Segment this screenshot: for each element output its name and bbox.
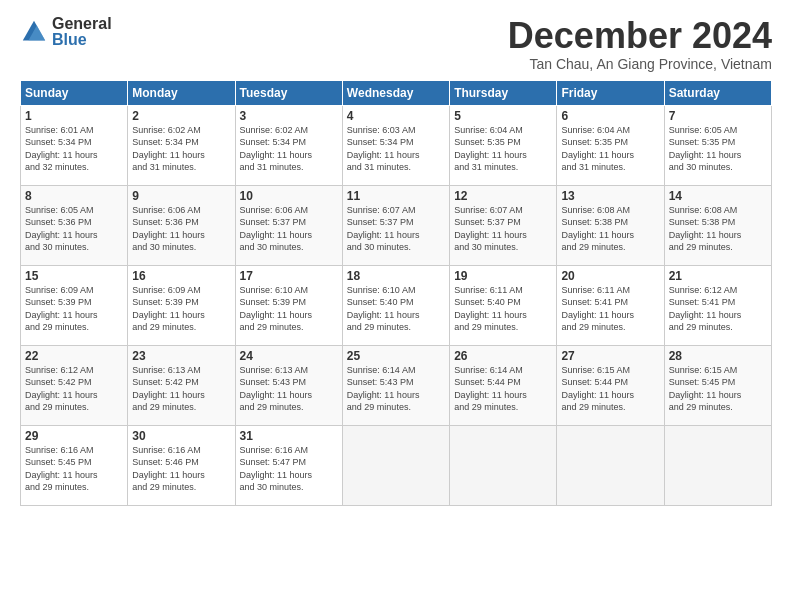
day-number: 25 xyxy=(347,349,445,363)
day-info: Sunrise: 6:16 AM Sunset: 5:47 PM Dayligh… xyxy=(240,444,338,494)
day-number: 26 xyxy=(454,349,552,363)
table-row xyxy=(557,425,664,505)
table-row xyxy=(664,425,771,505)
table-row: 24Sunrise: 6:13 AM Sunset: 5:43 PM Dayli… xyxy=(235,345,342,425)
day-number: 29 xyxy=(25,429,123,443)
logo-blue: Blue xyxy=(52,32,112,48)
day-info: Sunrise: 6:12 AM Sunset: 5:42 PM Dayligh… xyxy=(25,364,123,414)
table-row: 30Sunrise: 6:16 AM Sunset: 5:46 PM Dayli… xyxy=(128,425,235,505)
calendar-week-row: 1Sunrise: 6:01 AM Sunset: 5:34 PM Daylig… xyxy=(21,105,772,185)
col-wednesday: Wednesday xyxy=(342,80,449,105)
col-monday: Monday xyxy=(128,80,235,105)
day-info: Sunrise: 6:11 AM Sunset: 5:40 PM Dayligh… xyxy=(454,284,552,334)
table-row: 8Sunrise: 6:05 AM Sunset: 5:36 PM Daylig… xyxy=(21,185,128,265)
day-info: Sunrise: 6:04 AM Sunset: 5:35 PM Dayligh… xyxy=(561,124,659,174)
day-info: Sunrise: 6:05 AM Sunset: 5:35 PM Dayligh… xyxy=(669,124,767,174)
table-row: 12Sunrise: 6:07 AM Sunset: 5:37 PM Dayli… xyxy=(450,185,557,265)
day-info: Sunrise: 6:14 AM Sunset: 5:44 PM Dayligh… xyxy=(454,364,552,414)
table-row: 6Sunrise: 6:04 AM Sunset: 5:35 PM Daylig… xyxy=(557,105,664,185)
logo-general: General xyxy=(52,16,112,32)
table-row xyxy=(342,425,449,505)
table-row: 31Sunrise: 6:16 AM Sunset: 5:47 PM Dayli… xyxy=(235,425,342,505)
table-row: 10Sunrise: 6:06 AM Sunset: 5:37 PM Dayli… xyxy=(235,185,342,265)
day-number: 21 xyxy=(669,269,767,283)
table-row: 11Sunrise: 6:07 AM Sunset: 5:37 PM Dayli… xyxy=(342,185,449,265)
table-row xyxy=(450,425,557,505)
logo-text: General Blue xyxy=(52,16,112,48)
day-number: 20 xyxy=(561,269,659,283)
table-row: 23Sunrise: 6:13 AM Sunset: 5:42 PM Dayli… xyxy=(128,345,235,425)
day-number: 10 xyxy=(240,189,338,203)
day-number: 4 xyxy=(347,109,445,123)
table-row: 9Sunrise: 6:06 AM Sunset: 5:36 PM Daylig… xyxy=(128,185,235,265)
day-info: Sunrise: 6:09 AM Sunset: 5:39 PM Dayligh… xyxy=(132,284,230,334)
day-number: 31 xyxy=(240,429,338,443)
day-info: Sunrise: 6:01 AM Sunset: 5:34 PM Dayligh… xyxy=(25,124,123,174)
table-row: 18Sunrise: 6:10 AM Sunset: 5:40 PM Dayli… xyxy=(342,265,449,345)
calendar-week-row: 22Sunrise: 6:12 AM Sunset: 5:42 PM Dayli… xyxy=(21,345,772,425)
day-info: Sunrise: 6:06 AM Sunset: 5:37 PM Dayligh… xyxy=(240,204,338,254)
day-number: 11 xyxy=(347,189,445,203)
day-number: 14 xyxy=(669,189,767,203)
table-row: 2Sunrise: 6:02 AM Sunset: 5:34 PM Daylig… xyxy=(128,105,235,185)
logo: General Blue xyxy=(20,16,112,48)
day-number: 2 xyxy=(132,109,230,123)
day-info: Sunrise: 6:02 AM Sunset: 5:34 PM Dayligh… xyxy=(240,124,338,174)
day-number: 6 xyxy=(561,109,659,123)
day-number: 3 xyxy=(240,109,338,123)
day-info: Sunrise: 6:10 AM Sunset: 5:40 PM Dayligh… xyxy=(347,284,445,334)
table-row: 22Sunrise: 6:12 AM Sunset: 5:42 PM Dayli… xyxy=(21,345,128,425)
table-row: 15Sunrise: 6:09 AM Sunset: 5:39 PM Dayli… xyxy=(21,265,128,345)
day-info: Sunrise: 6:15 AM Sunset: 5:44 PM Dayligh… xyxy=(561,364,659,414)
day-number: 30 xyxy=(132,429,230,443)
calendar-week-row: 29Sunrise: 6:16 AM Sunset: 5:45 PM Dayli… xyxy=(21,425,772,505)
calendar-week-row: 15Sunrise: 6:09 AM Sunset: 5:39 PM Dayli… xyxy=(21,265,772,345)
table-row: 28Sunrise: 6:15 AM Sunset: 5:45 PM Dayli… xyxy=(664,345,771,425)
table-row: 26Sunrise: 6:14 AM Sunset: 5:44 PM Dayli… xyxy=(450,345,557,425)
day-number: 8 xyxy=(25,189,123,203)
day-info: Sunrise: 6:16 AM Sunset: 5:46 PM Dayligh… xyxy=(132,444,230,494)
day-info: Sunrise: 6:12 AM Sunset: 5:41 PM Dayligh… xyxy=(669,284,767,334)
table-row: 16Sunrise: 6:09 AM Sunset: 5:39 PM Dayli… xyxy=(128,265,235,345)
day-info: Sunrise: 6:04 AM Sunset: 5:35 PM Dayligh… xyxy=(454,124,552,174)
table-row: 27Sunrise: 6:15 AM Sunset: 5:44 PM Dayli… xyxy=(557,345,664,425)
col-sunday: Sunday xyxy=(21,80,128,105)
table-row: 14Sunrise: 6:08 AM Sunset: 5:38 PM Dayli… xyxy=(664,185,771,265)
day-number: 19 xyxy=(454,269,552,283)
table-row: 20Sunrise: 6:11 AM Sunset: 5:41 PM Dayli… xyxy=(557,265,664,345)
day-number: 1 xyxy=(25,109,123,123)
day-number: 9 xyxy=(132,189,230,203)
header: General Blue December 2024 Tan Chau, An … xyxy=(20,16,772,72)
day-info: Sunrise: 6:11 AM Sunset: 5:41 PM Dayligh… xyxy=(561,284,659,334)
day-number: 5 xyxy=(454,109,552,123)
table-row: 1Sunrise: 6:01 AM Sunset: 5:34 PM Daylig… xyxy=(21,105,128,185)
day-info: Sunrise: 6:07 AM Sunset: 5:37 PM Dayligh… xyxy=(347,204,445,254)
table-row: 25Sunrise: 6:14 AM Sunset: 5:43 PM Dayli… xyxy=(342,345,449,425)
table-row: 7Sunrise: 6:05 AM Sunset: 5:35 PM Daylig… xyxy=(664,105,771,185)
day-info: Sunrise: 6:08 AM Sunset: 5:38 PM Dayligh… xyxy=(669,204,767,254)
table-row: 3Sunrise: 6:02 AM Sunset: 5:34 PM Daylig… xyxy=(235,105,342,185)
table-row: 21Sunrise: 6:12 AM Sunset: 5:41 PM Dayli… xyxy=(664,265,771,345)
day-number: 22 xyxy=(25,349,123,363)
day-number: 27 xyxy=(561,349,659,363)
logo-icon xyxy=(20,18,48,46)
day-number: 7 xyxy=(669,109,767,123)
calendar-subtitle: Tan Chau, An Giang Province, Vietnam xyxy=(508,56,772,72)
table-row: 17Sunrise: 6:10 AM Sunset: 5:39 PM Dayli… xyxy=(235,265,342,345)
day-info: Sunrise: 6:15 AM Sunset: 5:45 PM Dayligh… xyxy=(669,364,767,414)
col-thursday: Thursday xyxy=(450,80,557,105)
calendar-title: December 2024 xyxy=(508,16,772,56)
day-number: 17 xyxy=(240,269,338,283)
day-number: 28 xyxy=(669,349,767,363)
title-block: December 2024 Tan Chau, An Giang Provinc… xyxy=(508,16,772,72)
day-number: 18 xyxy=(347,269,445,283)
page: General Blue December 2024 Tan Chau, An … xyxy=(0,0,792,612)
day-info: Sunrise: 6:08 AM Sunset: 5:38 PM Dayligh… xyxy=(561,204,659,254)
table-row: 4Sunrise: 6:03 AM Sunset: 5:34 PM Daylig… xyxy=(342,105,449,185)
col-saturday: Saturday xyxy=(664,80,771,105)
day-info: Sunrise: 6:16 AM Sunset: 5:45 PM Dayligh… xyxy=(25,444,123,494)
day-info: Sunrise: 6:14 AM Sunset: 5:43 PM Dayligh… xyxy=(347,364,445,414)
day-number: 13 xyxy=(561,189,659,203)
day-info: Sunrise: 6:07 AM Sunset: 5:37 PM Dayligh… xyxy=(454,204,552,254)
day-info: Sunrise: 6:05 AM Sunset: 5:36 PM Dayligh… xyxy=(25,204,123,254)
